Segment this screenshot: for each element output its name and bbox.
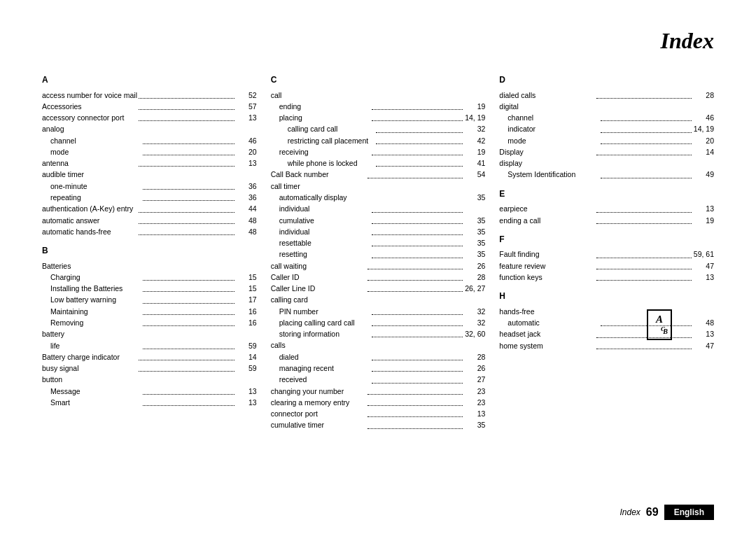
list-item: home system 47 xyxy=(499,340,714,351)
list-item: placing 14, 19 xyxy=(271,112,486,123)
list-item: automatically display individual 35 xyxy=(271,192,486,215)
list-item: restricting call placement 42 xyxy=(271,135,486,146)
list-item: hands-free xyxy=(499,306,714,317)
page: Index A access number for voice mail 52 … xyxy=(0,0,756,534)
abc-badge: A BC xyxy=(647,309,672,340)
list-item: automatic hands-free 48 xyxy=(42,226,257,237)
section-b: B xyxy=(42,244,257,258)
list-item: button xyxy=(42,374,257,385)
list-item: automatic answer 48 xyxy=(42,215,257,226)
list-item: feature review 47 xyxy=(499,260,714,272)
list-item: PIN number 32 xyxy=(271,306,486,317)
footer: Index 69 English xyxy=(0,505,756,520)
list-item: channel 46 xyxy=(499,112,714,123)
list-item: one-minute 36 xyxy=(42,181,257,192)
list-item: busy signal 59 xyxy=(42,363,257,374)
column-3: D dialed calls 28 digital channel 46 ind… xyxy=(499,68,714,483)
list-item: repeating 36 xyxy=(42,192,257,203)
list-item: indicator 14, 19 xyxy=(499,123,714,134)
section-h: H xyxy=(499,290,714,303)
list-item: authentication (A-Key) entry 44 xyxy=(42,203,257,214)
list-item: Removing 16 xyxy=(42,317,257,328)
list-item: calling card call 32 xyxy=(271,123,486,134)
index-columns: A access number for voice mail 52 Access… xyxy=(42,68,714,483)
list-item: ending 19 xyxy=(271,101,486,112)
list-item: receiving 19 xyxy=(271,146,486,157)
footer-index-label: Index xyxy=(620,507,640,517)
list-item: life 59 xyxy=(42,340,257,351)
list-item: dialed 28 xyxy=(271,351,486,363)
list-item: mode 20 xyxy=(42,146,257,157)
list-item: changing your number 23 xyxy=(271,386,486,397)
list-item: audible timer xyxy=(42,169,257,180)
list-item: storing information 32, 60 xyxy=(271,328,486,339)
list-item: display xyxy=(499,157,714,169)
list-item: Batteries xyxy=(42,260,257,272)
list-item: Low battery warning 17 xyxy=(42,294,257,305)
list-item: call xyxy=(271,90,486,101)
list-item: Battery charge indicator 14 xyxy=(42,351,257,363)
list-item: Installing the Batteries 15 xyxy=(42,283,257,294)
list-item: Smart 13 xyxy=(42,397,257,408)
list-item: digital xyxy=(499,101,714,112)
section-d: D xyxy=(499,73,714,87)
list-item: analog xyxy=(42,123,257,134)
list-item: Maintaining 16 xyxy=(42,306,257,317)
list-item: function keys 13 xyxy=(499,272,714,283)
list-item: clearing a memory entry 23 xyxy=(271,397,486,408)
list-item: Call Back number 54 xyxy=(271,169,486,180)
list-item: received 27 xyxy=(271,374,486,385)
list-item: battery xyxy=(42,328,257,339)
list-item: antenna 13 xyxy=(42,157,257,169)
list-item: Caller Line ID 26, 27 xyxy=(271,283,486,294)
list-item: placing calling card call 32 xyxy=(271,317,486,328)
section-a: A xyxy=(42,73,257,87)
list-item: Charging 15 xyxy=(42,272,257,283)
list-item: calls xyxy=(271,339,486,351)
list-item: accessory connector port 13 xyxy=(42,112,257,123)
footer-page-number: 69 xyxy=(646,506,659,519)
list-item: Display 14 xyxy=(499,146,714,157)
list-item: earpiece 13 xyxy=(499,203,714,214)
list-item: automatic 48 xyxy=(499,317,714,328)
column-1: A access number for voice mail 52 Access… xyxy=(42,68,257,483)
section-f: F xyxy=(499,233,714,246)
list-item: Accessories 57 xyxy=(42,101,257,112)
list-item: channel 46 xyxy=(42,135,257,146)
list-item: resettable 35 xyxy=(271,237,486,248)
list-item: managing recent 26 xyxy=(271,363,486,374)
list-item: cumulative timer 35 xyxy=(271,419,486,430)
page-title: Index xyxy=(42,28,714,54)
footer-language-badge: English xyxy=(664,505,714,520)
list-item: connector port 13 xyxy=(271,408,486,419)
list-item: calling card xyxy=(271,294,486,305)
list-item: mode 20 xyxy=(499,135,714,146)
list-item: while phone is locked 41 xyxy=(271,157,486,169)
column-2: C call ending 19 placing 14, 19 calling … xyxy=(271,68,486,483)
list-item: resetting 35 xyxy=(271,248,486,260)
list-item: dialed calls 28 xyxy=(499,90,714,101)
list-item: System Identification 49 xyxy=(499,169,714,180)
list-item: Caller ID 28 xyxy=(271,272,486,283)
section-e: E xyxy=(499,188,714,201)
list-item: individual 35 xyxy=(271,226,486,237)
list-item: ending a call 19 xyxy=(499,215,714,226)
list-item: call waiting 26 xyxy=(271,260,486,272)
list-item: headset jack 13 xyxy=(499,328,714,339)
section-c: C xyxy=(271,73,486,87)
list-item: Fault finding 59, 61 xyxy=(499,248,714,260)
list-item: cumulative 35 xyxy=(271,215,486,226)
list-item: call timer xyxy=(271,181,486,192)
list-item: access number for voice mail 52 xyxy=(42,90,257,101)
list-item: Message 13 xyxy=(42,386,257,397)
